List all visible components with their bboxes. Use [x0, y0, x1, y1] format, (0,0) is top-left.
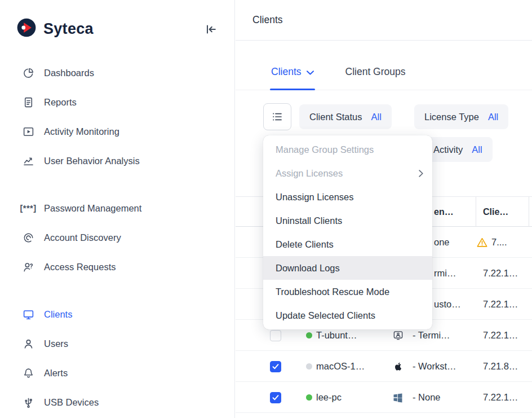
windows-os-icon — [393, 393, 403, 403]
sidebar-item-label: Activity Monitoring — [44, 126, 119, 137]
client-version-cell: 7.22.1… — [483, 320, 518, 351]
online-status-dot — [306, 394, 312, 401]
usb-icon — [21, 397, 35, 408]
menu-item-update-selected-clients[interactable]: Update Selected Clients — [263, 303, 432, 327]
warning-icon — [477, 237, 487, 248]
filter-label: License Type — [424, 112, 479, 122]
row-checkbox[interactable] — [270, 392, 281, 403]
sidebar-group-divider — [0, 281, 234, 300]
filter-value: All — [472, 144, 482, 155]
license-type-cell: - Workst… — [413, 351, 456, 382]
sidebar-item-label: Reports — [44, 97, 77, 108]
user-question-icon — [21, 261, 35, 273]
license-type-cell: rmi… — [434, 258, 456, 289]
sidebar-item-label: USB Devices — [44, 397, 99, 408]
menu-item-uninstall-clients[interactable]: Uninstall Clients — [263, 209, 432, 232]
list-icon — [271, 111, 283, 123]
sidebar-item-users[interactable]: Users — [0, 329, 234, 358]
sidebar-item-alerts[interactable]: Alerts — [0, 358, 234, 388]
sidebar-nav: Dashboards Reports Activity Monitoring U… — [0, 58, 234, 417]
tab-label: Clients — [271, 66, 302, 78]
client-version-cell: 7.22.1… — [483, 382, 518, 413]
sidebar-item-label: Clients — [44, 309, 72, 320]
sidebar-item-label: Dashboards — [44, 68, 94, 78]
password-asterisks-icon: [***] — [21, 204, 35, 213]
tab-label: Client Groups — [345, 66, 406, 78]
sidebar-item-label: Password Management — [44, 203, 141, 214]
tab-client-groups[interactable]: Client Groups — [345, 66, 406, 90]
sidebar-item-clients[interactable]: Clients — [0, 300, 234, 329]
client-version-cell: 7.22.1… — [483, 258, 518, 289]
license-type-cell: one — [434, 227, 450, 258]
syteca-logo-icon — [16, 17, 37, 41]
dashboards-pie-icon — [21, 67, 35, 79]
sidebar-item-access-requests[interactable]: Access Requests — [0, 252, 234, 281]
os-cell — [393, 382, 403, 413]
bulk-actions-menu: Manage Group Settings Assign Licenses Un… — [263, 135, 432, 329]
sidebar-item-user-behavior-analysis[interactable]: User Behavior Analysis — [0, 146, 234, 175]
apple-os-icon — [393, 361, 402, 372]
offline-status-dot — [306, 363, 312, 369]
filter-value: All — [488, 112, 498, 122]
menu-item-download-logs[interactable]: Download Logs — [263, 256, 432, 280]
column-header-client-version: Clie… — [483, 197, 508, 227]
row-checkbox[interactable] — [270, 330, 281, 341]
status-cell — [306, 382, 312, 413]
menu-item-manage-group-settings: Manage Group Settings — [263, 138, 432, 161]
clients-monitor-icon — [21, 309, 35, 320]
client-name-cell: macOS-1… — [316, 351, 365, 382]
sidebar-collapse-button[interactable] — [204, 23, 218, 36]
filter-label: Activity — [433, 144, 463, 155]
os-cell — [393, 351, 402, 382]
filter-client-status[interactable]: Client Status All — [299, 104, 392, 129]
sidebar-item-label: Alerts — [44, 368, 68, 379]
sidebar-item-password-management[interactable]: [***] Password Management — [0, 193, 234, 223]
menu-item-unassign-licenses[interactable]: Unassign Licenses — [263, 185, 432, 209]
column-divider — [529, 197, 529, 227]
chevron-down-icon — [307, 69, 314, 75]
menu-item-delete-clients[interactable]: Delete Clients — [263, 232, 432, 256]
sidebar-item-account-discovery[interactable]: Account Discovery — [0, 223, 234, 252]
table-row[interactable]: lee-pc - None 7.22.1… — [236, 382, 532, 413]
behavior-chart-icon — [21, 155, 35, 167]
brand-logo: Syteca — [16, 17, 94, 41]
license-type-cell: usto… — [434, 289, 461, 320]
table-row[interactable]: macOS-1… - Workst… 7.21.8… — [236, 351, 532, 382]
status-cell — [306, 351, 312, 382]
bulk-actions-button[interactable] — [263, 103, 291, 130]
online-status-dot — [306, 332, 312, 338]
sidebar-item-reports[interactable]: Reports — [0, 87, 234, 117]
sidebar: Syteca Dashboards Reports — [0, 0, 235, 418]
filter-license-type[interactable]: License Type All — [414, 104, 508, 129]
menu-item-troubleshoot-rescue-mode[interactable]: Troubleshoot Rescue Mode — [263, 280, 432, 303]
bell-icon — [21, 367, 35, 379]
chevron-right-icon — [419, 170, 423, 177]
terminal-os-icon — [393, 330, 404, 341]
user-icon — [21, 338, 35, 350]
filter-value: All — [371, 112, 382, 122]
brand-name: Syteca — [43, 20, 94, 38]
sidebar-item-activity-monitoring[interactable]: Activity Monitoring — [0, 117, 234, 146]
activity-monitoring-play-icon — [21, 126, 35, 138]
row-select-cell — [270, 382, 281, 413]
page-header: Clients — [236, 0, 532, 41]
sidebar-item-label: Users — [44, 338, 68, 349]
page-title: Clients — [252, 14, 283, 26]
sidebar-item-dashboards[interactable]: Dashboards — [0, 58, 234, 87]
row-checkbox[interactable] — [270, 361, 281, 372]
sidebar-item-usb-devices[interactable]: USB Devices — [0, 388, 234, 417]
app-window: Syteca Dashboards Reports — [0, 0, 532, 418]
tab-bar: Clients Client Groups — [236, 41, 532, 90]
sidebar-item-label: User Behavior Analysis — [44, 156, 140, 166]
tab-clients[interactable]: Clients — [271, 66, 314, 90]
row-select-cell — [270, 351, 281, 382]
sidebar-item-label: Account Discovery — [44, 232, 121, 243]
client-version-cell: 7.22.1… — [483, 289, 518, 320]
filter-label: Client Status — [309, 112, 362, 122]
filter-activity[interactable]: Activity All — [423, 137, 493, 162]
reports-document-icon — [21, 96, 35, 108]
column-header-license: en… — [434, 197, 454, 227]
sidebar-group-divider — [0, 175, 234, 193]
menu-item-assign-licenses: Assign Licenses — [263, 161, 432, 185]
sidebar-item-label: Access Requests — [44, 262, 116, 272]
